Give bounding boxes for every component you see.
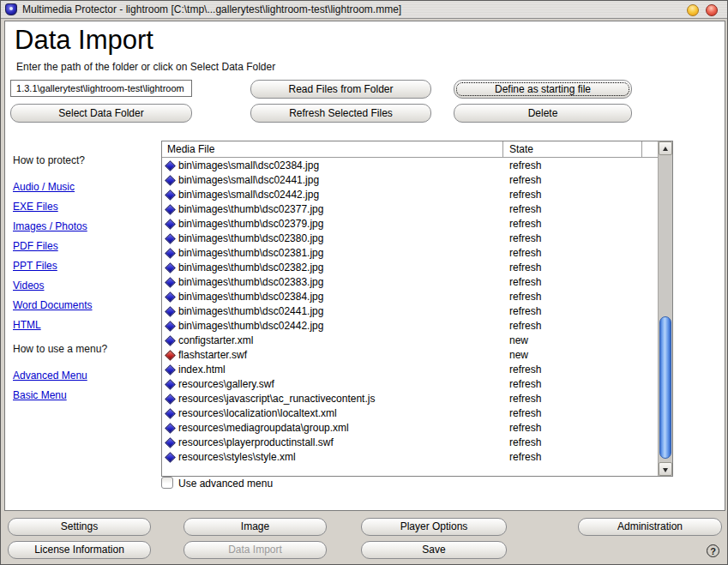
app-icon <box>5 3 17 15</box>
table-row[interactable]: bin\images\thumb\dsc02384.jpgrefresh <box>162 290 658 304</box>
file-state: refresh <box>509 203 541 215</box>
file-state: refresh <box>509 422 541 434</box>
sidebar-link-images-photos[interactable]: Images / Photos <box>13 220 159 232</box>
help-icon[interactable]: ? <box>707 544 719 557</box>
table-row[interactable]: resources\javascript\ac_runactivecontent… <box>162 392 658 406</box>
file-state: new <box>509 349 528 361</box>
file-state: refresh <box>509 364 541 376</box>
title-bar[interactable]: Multimedia Protector - lightroom [C:\tmp… <box>1 1 727 19</box>
sidebar-link-advanced-menu[interactable]: Advanced Menu <box>13 370 159 382</box>
file-state: refresh <box>509 320 541 332</box>
app-window: Multimedia Protector - lightroom [C:\tmp… <box>0 0 728 565</box>
file-state: refresh <box>509 232 541 244</box>
sidebar-link-basic-menu[interactable]: Basic Menu <box>13 389 159 401</box>
file-name: resources\gallery.swf <box>178 378 274 390</box>
table-row[interactable]: bin\images\thumb\dsc02382.jpgrefresh <box>162 261 658 275</box>
folder-path-input[interactable] <box>10 80 192 97</box>
delete-button[interactable]: Delete <box>454 104 632 123</box>
file-name: bin\images\thumb\dsc02441.jpg <box>178 305 323 317</box>
file-state: refresh <box>509 378 541 390</box>
administration-button[interactable]: Administration <box>578 518 722 536</box>
settings-button[interactable]: Settings <box>8 518 151 536</box>
use-advanced-menu-checkbox[interactable] <box>161 477 173 489</box>
table-row[interactable]: resources\gallery.swfrefresh <box>162 377 658 392</box>
close-button[interactable] <box>706 4 718 16</box>
refresh-selected-files-button[interactable]: Refresh Selected Files <box>250 104 431 123</box>
file-name: resources\playerproductinstall.swf <box>178 436 334 448</box>
menu-heading: How to use a menu? <box>13 343 159 355</box>
column-divider[interactable] <box>502 141 503 157</box>
file-name: bin\images\small\dsc02384.jpg <box>178 159 319 171</box>
minimize-button[interactable] <box>687 4 699 16</box>
scroll-down-button[interactable] <box>659 462 672 476</box>
player-options-button[interactable]: Player Options <box>361 518 507 536</box>
table-row[interactable]: bin\images\small\dsc02384.jpgrefresh <box>162 159 658 173</box>
column-divider[interactable] <box>641 141 642 157</box>
file-state: refresh <box>509 436 541 448</box>
table-row[interactable]: index.htmlrefresh <box>162 363 658 377</box>
license-information-button[interactable]: License Information <box>8 541 151 559</box>
file-state: refresh <box>509 218 541 230</box>
blue-diamond-icon <box>165 233 176 244</box>
file-name: resources\javascript\ac_runactivecontent… <box>178 393 375 405</box>
scroll-up-button[interactable] <box>659 141 672 155</box>
table-row[interactable]: bin\images\small\dsc02442.jpgrefresh <box>162 188 658 202</box>
blue-diamond-icon <box>165 452 176 463</box>
file-table-scrollbar[interactable] <box>658 141 672 476</box>
table-row[interactable]: bin\images\small\dsc02441.jpgrefresh <box>162 173 658 188</box>
table-row[interactable]: resources\playerproductinstall.swfrefres… <box>162 436 658 450</box>
blue-diamond-icon <box>165 248 176 259</box>
table-row[interactable]: configstarter.xmlnew <box>162 334 658 348</box>
table-row[interactable]: resources\styles\style.xmlrefresh <box>162 450 658 465</box>
table-row[interactable]: bin\images\thumb\dsc02380.jpgrefresh <box>162 231 658 246</box>
blue-diamond-icon <box>165 321 176 332</box>
blue-diamond-icon <box>165 189 176 201</box>
window-title: Multimedia Protector - lightroom [C:\tmp… <box>22 1 401 19</box>
file-name: index.html <box>178 364 226 376</box>
sidebar-link-word-documents[interactable]: Word Documents <box>13 299 159 311</box>
table-row[interactable]: bin\images\thumb\dsc02377.jpgrefresh <box>162 202 658 217</box>
table-row[interactable]: bin\images\thumb\dsc02381.jpgrefresh <box>162 246 658 261</box>
read-files-from-folder-button[interactable]: Read Files from Folder <box>250 80 431 99</box>
blue-diamond-icon <box>165 437 176 448</box>
file-name: resources\styles\style.xml <box>178 451 296 463</box>
table-row[interactable]: resources\mediagroupdata\group.xmlrefres… <box>162 421 658 436</box>
table-row[interactable]: bin\images\thumb\dsc02379.jpgrefresh <box>162 217 658 231</box>
image-button[interactable]: Image <box>184 518 327 536</box>
triangle-down-icon <box>663 468 668 472</box>
sidebar-link-html[interactable]: HTML <box>13 319 159 331</box>
column-header-state[interactable]: State <box>509 143 533 155</box>
table-row[interactable]: bin\images\thumb\dsc02441.jpgrefresh <box>162 304 658 319</box>
sidebar-link-audio-music[interactable]: Audio / Music <box>13 181 159 193</box>
blue-diamond-icon <box>165 160 176 171</box>
sidebar: How to protect? Audio / MusicEXE FilesIm… <box>13 154 159 413</box>
file-name: bin\images\thumb\dsc02442.jpg <box>178 320 323 332</box>
file-state: refresh <box>509 407 541 419</box>
blue-diamond-icon <box>165 219 176 230</box>
file-state: refresh <box>509 159 541 171</box>
file-table-body: bin\images\small\dsc02384.jpgrefreshbin\… <box>162 159 658 476</box>
file-name: bin\images\thumb\dsc02383.jpg <box>178 276 323 288</box>
save-button[interactable]: Save <box>361 541 507 559</box>
column-header-media-file[interactable]: Media File <box>167 143 214 155</box>
define-as-starting-file-button[interactable]: Define as starting file <box>454 80 632 99</box>
sidebar-protect-links: Audio / MusicEXE FilesImages / PhotosPDF… <box>13 181 159 331</box>
file-name: bin\images\small\dsc02442.jpg <box>178 189 319 201</box>
page-subtitle: Enter the path of the folder or click on… <box>16 61 275 73</box>
table-row[interactable]: flashstarter.swfnew <box>162 348 658 363</box>
scrollbar-thumb[interactable] <box>659 316 671 459</box>
protect-heading: How to protect? <box>13 154 159 166</box>
file-name: bin\images\thumb\dsc02380.jpg <box>178 232 323 244</box>
table-row[interactable]: bin\images\thumb\dsc02383.jpgrefresh <box>162 275 658 290</box>
sidebar-link-exe-files[interactable]: EXE Files <box>13 201 159 213</box>
table-row[interactable]: resources\localization\localtext.xmlrefr… <box>162 406 658 421</box>
sidebar-link-videos[interactable]: Videos <box>13 279 159 292</box>
sidebar-menu-links: Advanced MenuBasic Menu <box>13 370 159 401</box>
sidebar-link-pdf-files[interactable]: PDF Files <box>13 240 159 252</box>
sidebar-link-ppt-files[interactable]: PPT Files <box>13 260 159 272</box>
file-name: bin\images\thumb\dsc02384.jpg <box>178 291 323 303</box>
table-row[interactable]: bin\images\thumb\dsc02442.jpgrefresh <box>162 319 658 334</box>
blue-diamond-icon <box>165 408 176 419</box>
blue-diamond-icon <box>165 423 176 434</box>
select-data-folder-button[interactable]: Select Data Folder <box>10 104 192 123</box>
